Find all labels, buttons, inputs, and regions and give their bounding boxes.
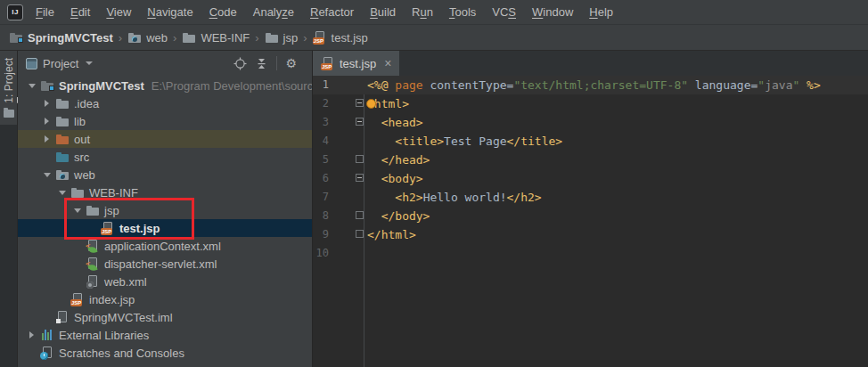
menu-tools[interactable]: Tools [441,0,484,24]
tree-item-applicationcontext-xml[interactable]: <applicationContext.xml [18,237,312,255]
breadcrumb-item-web-inf[interactable]: WEB-INF [182,30,250,45]
breadcrumb-separator: › [255,31,258,45]
tree-item-web-inf[interactable]: WEB-INF [18,184,312,201]
project-view-icon [26,58,37,69]
code-line[interactable]: 2<html> [313,94,868,113]
tree-item-springmvctest-iml[interactable]: SpringMVCTest.iml [18,308,312,326]
breadcrumb-item-springmvctest[interactable]: SpringMVCTest [9,30,113,45]
tree-item-dispatcher-servlet-xml[interactable]: <dispatcher-servlet.xml [18,255,312,273]
tree-expand-arrow[interactable] [70,201,84,219]
fold-marker[interactable] [356,99,364,107]
tree-expand-arrow[interactable] [25,326,38,344]
menu-view[interactable]: View [98,0,139,24]
tree-item-out[interactable]: out [18,130,312,148]
line-number: 10 [313,244,329,263]
breadcrumb-separator: › [173,31,176,45]
project-stripe-button[interactable]: 1: Project [0,51,17,125]
folder-icon [182,30,196,45]
menu-refactor[interactable]: Refactor [302,0,362,24]
select-opened-file-button[interactable] [233,57,247,70]
menu-window[interactable]: Window [524,0,581,24]
code-line[interactable]: 9</html> [313,225,868,244]
chevron-down-icon[interactable] [86,61,93,65]
tree-expand-arrow[interactable] [40,94,53,112]
breadcrumb: SpringMVCTest›web›WEB-INF›jsp›JSPtest.js… [0,25,868,51]
folder-icon [55,114,70,128]
code-line[interactable]: 5 </head> [313,151,868,169]
code-line[interactable]: 7 <h2>Hello world!</h2> [313,188,868,207]
tab-test-jsp[interactable]: JSP test.jsp × [313,51,399,76]
tree-expand-arrow[interactable] [40,130,53,148]
intention-bulb-icon[interactable] [366,99,376,109]
tree-item-lib[interactable]: lib [18,112,312,130]
tree-expand-arrow [40,308,53,326]
menu-analyze[interactable]: Analyze [245,0,302,24]
folder-icon [86,203,100,217]
breadcrumb-item-web[interactable]: web [127,30,168,45]
close-icon[interactable]: × [384,57,391,69]
menu-edit[interactable]: Edit [62,0,98,24]
folder-icon [4,110,14,118]
collapse-all-button[interactable] [255,57,268,70]
line-number: 4 [313,132,329,151]
menu-build[interactable]: Build [362,0,404,24]
tab-label: test.jsp [340,57,376,70]
line-number: 6 [313,169,329,188]
menu-code[interactable]: Code [201,0,245,24]
editor-pane: JSP test.jsp × 1<%@ page contentType="te… [313,51,868,367]
menu-vcs[interactable]: VCS [484,0,524,24]
line-number: 8 [313,207,329,225]
jsp-file-icon: JSP [101,221,115,235]
folder-icon [55,96,70,110]
fold-marker[interactable] [356,230,364,238]
tree-item-index-jsp[interactable]: JSPindex.jsp [18,290,312,308]
breadcrumb-item-jsp[interactable]: jsp [265,30,299,45]
tree-expand-arrow[interactable] [40,166,53,184]
menu-file[interactable]: File [28,0,62,24]
fold-marker[interactable] [356,211,364,219]
jsp-file-icon: JSP [70,292,85,306]
tree-item-web-xml[interactable]: web.xml [18,273,312,290]
breadcrumb-item-test-jsp[interactable]: JSPtest.jsp [313,30,368,45]
tree-expand-arrow[interactable] [25,77,38,94]
editor-lines: 1<%@ page contentType="text/html;charset… [313,76,868,263]
tree-expand-arrow[interactable] [55,184,69,201]
code-line[interactable]: 4 <title>Test Page</title> [313,132,868,151]
spring-xml-icon: < [86,239,100,253]
tree-item-springmvctest[interactable]: SpringMVCTestE:\Program Development\sour… [18,77,312,94]
toolbar-separator [276,56,277,70]
menu-bar: IJ FileEditViewNavigateCodeAnalyzeRefact… [0,0,868,25]
iml-file-icon [55,310,70,324]
folder-root-icon [9,30,23,45]
menu-help[interactable]: Help [581,0,621,24]
code-line[interactable]: 6 <body> [313,169,868,188]
fold-marker[interactable] [356,118,364,126]
menu-navigate[interactable]: Navigate [139,0,201,24]
code-line[interactable]: 1<%@ page contentType="text/html;charset… [313,76,868,94]
tree-item-web[interactable]: web [18,166,312,184]
fold-marker[interactable] [356,155,364,163]
code-line[interactable]: 3 <head> [313,113,868,132]
tree-expand-arrow[interactable] [40,112,53,130]
line-number: 7 [313,188,329,207]
tree-item-test-jsp[interactable]: JSPtest.jsp [18,219,312,237]
tree-item-idea[interactable]: .idea [18,94,312,112]
project-stripe-label: 1: Project [3,58,15,103]
tree-expand-arrow [55,290,69,308]
fold-marker[interactable] [356,174,364,182]
folder-web-icon [127,30,142,45]
code-line[interactable]: 8 </body> [313,207,868,225]
ide-window: IJ FileEditViewNavigateCodeAnalyzeRefact… [0,0,868,367]
tree-item-external-libraries[interactable]: External Libraries [18,326,312,344]
editor[interactable]: 1<%@ page contentType="text/html;charset… [313,76,868,367]
menu-run[interactable]: Run [404,0,441,24]
tree-expand-arrow [70,273,84,290]
code-line[interactable]: 10 [313,244,868,263]
tree-item-jsp[interactable]: jsp [18,201,312,219]
tree-item-scratches-and-consoles[interactable]: Scratches and Consoles [18,344,312,362]
project-tree: SpringMVCTestE:\Program Development\sour… [18,76,312,367]
tree-item-src[interactable]: src [18,148,312,166]
settings-button[interactable]: ⚙ [285,57,297,69]
main-area: 1: Project Project [0,51,868,367]
tree-expand-arrow [40,148,53,166]
